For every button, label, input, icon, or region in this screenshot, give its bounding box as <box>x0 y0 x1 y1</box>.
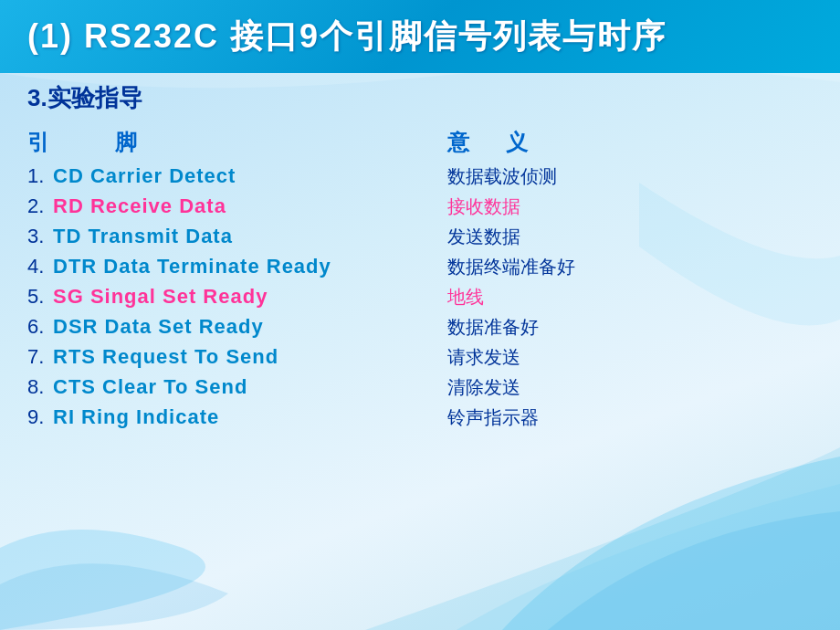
pin-num-6: 6. <box>27 315 53 339</box>
pin-num-2: 2. <box>27 194 53 218</box>
pin-meaning-4: 数据终端准备好 <box>447 255 575 279</box>
pin-num-8: 8. <box>27 375 53 399</box>
pin-meaning-8: 清除发送 <box>447 375 520 400</box>
pin-name-7: RTS Request To Send <box>53 345 278 369</box>
pin-name-8: CTS Clear To Send <box>53 375 247 399</box>
col-pin-header: 引 脚 <box>27 128 447 157</box>
pin-meaning-1: 数据载波侦测 <box>447 164 557 189</box>
pin-num-4: 4. <box>27 255 53 278</box>
pin-num-1: 1. <box>27 164 53 188</box>
pin-item-9: 9. RI Ring Indicate铃声指示器 <box>27 405 813 430</box>
pin-item-5: 5. SG Singal Set Ready地线 <box>27 285 813 310</box>
pin-meaning-2: 接收数据 <box>447 194 520 219</box>
pin-meaning-3: 发送数据 <box>447 225 520 249</box>
pin-item-6: 6. DSR Data Set Ready数据准备好 <box>27 315 813 340</box>
section-title: 3.实验指导 <box>27 82 813 114</box>
pin-list: 1. CD Carrier Detect数据载波侦测2. RD Receive … <box>27 164 813 430</box>
title-area: (1) RS232C 接口9个引脚信号列表与时序 <box>0 0 840 73</box>
pin-name-5: SG Singal Set Ready <box>53 285 268 309</box>
pin-name-9: RI Ring Indicate <box>53 405 219 429</box>
pin-item-3: 3. TD Transmit Data发送数据 <box>27 225 813 249</box>
content-area: 3.实验指导 引 脚 意 义 1. CD Carrier Detect数据载波侦… <box>27 82 813 436</box>
pin-item-7: 7. RTS Request To Send请求发送 <box>27 345 813 370</box>
slide-title: (1) RS232C 接口9个引脚信号列表与时序 <box>27 15 667 59</box>
pin-item-8: 8. CTS Clear To Send清除发送 <box>27 375 813 400</box>
pin-name-4: DTR Data Terminate Ready <box>53 255 331 278</box>
pin-name-6: DSR Data Set Ready <box>53 315 264 339</box>
slide: (1) RS232C 接口9个引脚信号列表与时序 3.实验指导 引 脚 意 义 … <box>0 0 840 630</box>
table-header: 引 脚 意 义 <box>27 128 813 157</box>
pin-num-9: 9. <box>27 405 53 429</box>
pin-meaning-7: 请求发送 <box>447 345 520 370</box>
pin-name-1: CD Carrier Detect <box>53 164 236 188</box>
pin-item-1: 1. CD Carrier Detect数据载波侦测 <box>27 164 813 189</box>
pin-meaning-9: 铃声指示器 <box>447 405 539 430</box>
pin-meaning-6: 数据准备好 <box>447 315 539 340</box>
col-meaning-header: 意 义 <box>447 128 535 157</box>
pin-num-3: 3. <box>27 225 53 248</box>
pin-num-7: 7. <box>27 345 53 369</box>
pin-item-2: 2. RD Receive Data接收数据 <box>27 194 813 219</box>
pin-num-5: 5. <box>27 285 53 309</box>
pin-item-4: 4. DTR Data Terminate Ready数据终端准备好 <box>27 255 813 279</box>
pin-name-3: TD Transmit Data <box>53 225 233 248</box>
pin-meaning-5: 地线 <box>447 285 484 310</box>
pin-name-2: RD Receive Data <box>53 194 226 218</box>
